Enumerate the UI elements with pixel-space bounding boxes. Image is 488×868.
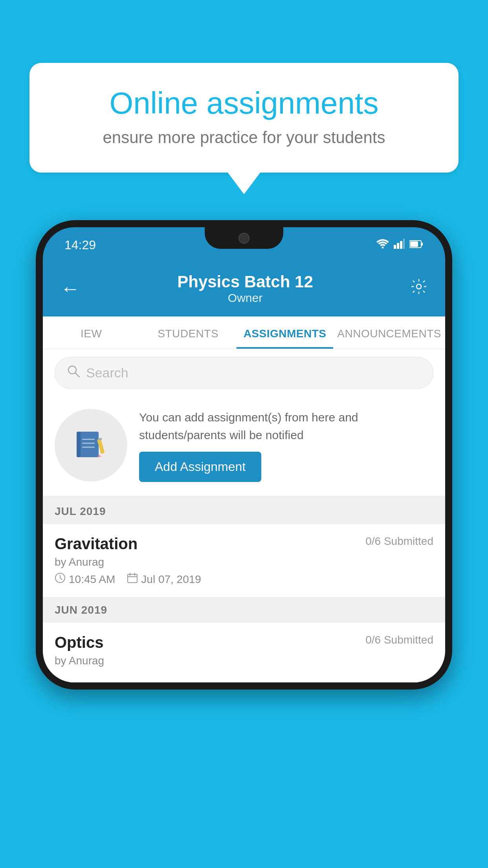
assignment-details-row: 10:45 AM Jul 07, 2019	[55, 572, 433, 586]
phone-frame: 14:29	[36, 220, 452, 690]
clock-icon	[55, 572, 66, 586]
tabs-container: IEW STUDENTS ASSIGNMENTS ANNOUNCEMENTS	[43, 316, 445, 349]
status-icons	[376, 239, 424, 252]
camera-icon	[238, 233, 250, 244]
promo-text-area: You can add assignment(s) from here and …	[139, 408, 433, 482]
signal-icon	[394, 239, 405, 252]
svg-rect-10	[78, 432, 99, 457]
assignment-status: 0/6 Submitted	[365, 535, 433, 548]
search-container: Search	[43, 349, 445, 397]
promo-section: You can add assignment(s) from here and …	[43, 397, 445, 499]
assignment-item-gravitation[interactable]: Gravitation 0/6 Submitted by Anurag	[43, 524, 445, 598]
time-detail: 10:45 AM	[55, 572, 115, 586]
assignment-time: 10:45 AM	[69, 573, 115, 586]
calendar-icon	[127, 572, 138, 586]
batch-subtitle: Owner	[177, 291, 313, 305]
phone-container: 14:29	[36, 220, 452, 690]
phone-screen: 14:29	[43, 227, 445, 682]
wifi-icon	[376, 239, 389, 252]
speech-bubble-subtitle: ensure more practice for your students	[57, 128, 431, 147]
svg-rect-14	[82, 447, 95, 448]
svg-rect-7	[410, 241, 418, 247]
phone-notch	[205, 227, 283, 249]
search-icon	[67, 364, 80, 381]
svg-rect-13	[82, 443, 95, 444]
svg-line-20	[60, 578, 62, 579]
svg-line-9	[75, 373, 79, 377]
tab-assignments[interactable]: ASSIGNMENTS	[237, 316, 333, 349]
add-assignment-button[interactable]: Add Assignment	[139, 452, 261, 482]
battery-icon	[409, 239, 424, 251]
svg-rect-2	[397, 243, 399, 249]
assignment-item-optics[interactable]: Optics 0/6 Submitted by Anurag	[43, 623, 445, 682]
assignment-status-optics: 0/6 Submitted	[365, 634, 433, 646]
assignment-title-optics: Optics	[55, 634, 103, 651]
svg-rect-1	[394, 245, 396, 249]
batch-title: Physics Batch 12	[177, 272, 313, 291]
svg-point-0	[382, 246, 384, 248]
section-header-jun: JUN 2019	[43, 598, 445, 623]
header-center: Physics Batch 12 Owner	[177, 272, 313, 305]
speech-bubble-container: Online assignments ensure more practice …	[29, 63, 459, 173]
section-header-jul: JUL 2019	[43, 499, 445, 524]
tab-announcements[interactable]: ANNOUNCEMENTS	[333, 316, 445, 349]
status-bar: 14:29	[43, 227, 445, 263]
assignment-header-row-optics: Optics 0/6 Submitted	[55, 634, 433, 651]
date-detail: Jul 07, 2019	[127, 572, 201, 586]
assignment-meta-optics: by Anurag	[55, 655, 433, 667]
notebook-icon	[73, 428, 109, 463]
status-time: 14:29	[64, 238, 96, 252]
speech-bubble-title: Online assignments	[57, 86, 431, 120]
svg-rect-6	[421, 243, 423, 246]
search-placeholder: Search	[86, 365, 128, 381]
promo-icon-circle	[55, 409, 127, 482]
svg-rect-4	[403, 239, 405, 249]
assignment-header-row: Gravitation 0/6 Submitted	[55, 535, 433, 553]
svg-rect-21	[128, 574, 137, 583]
promo-description: You can add assignment(s) from here and …	[139, 408, 433, 444]
app-header: ← Physics Batch 12 Owner	[43, 263, 445, 316]
back-button[interactable]: ←	[61, 277, 80, 300]
speech-bubble: Online assignments ensure more practice …	[29, 63, 459, 173]
search-bar[interactable]: Search	[55, 357, 433, 389]
svg-point-8	[68, 366, 76, 374]
svg-rect-11	[77, 432, 81, 457]
assignment-date: Jul 07, 2019	[141, 573, 201, 586]
assignment-meta: by Anurag	[55, 556, 433, 568]
svg-rect-12	[82, 439, 95, 440]
assignment-title: Gravitation	[55, 535, 138, 553]
tab-students[interactable]: STUDENTS	[139, 316, 236, 349]
settings-button[interactable]	[410, 278, 427, 299]
tab-iew[interactable]: IEW	[43, 316, 139, 349]
svg-rect-3	[400, 241, 402, 249]
